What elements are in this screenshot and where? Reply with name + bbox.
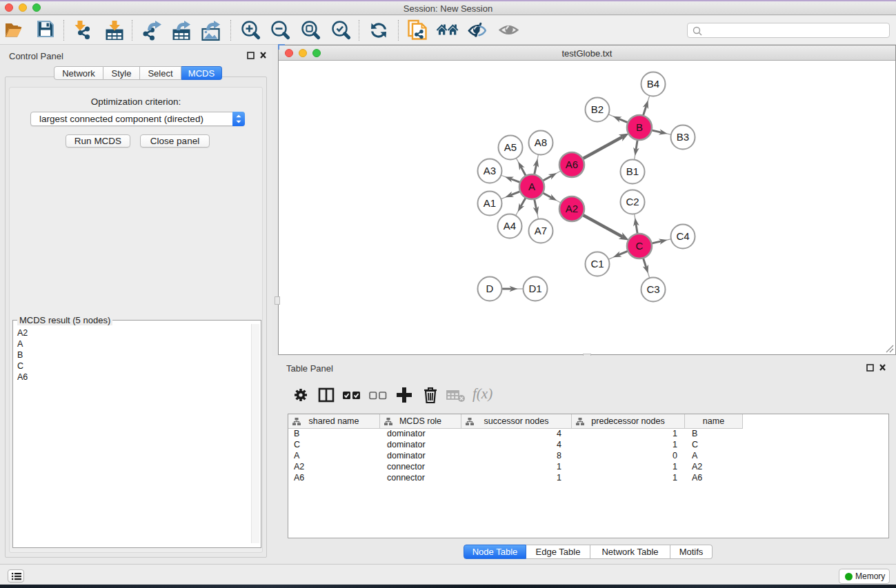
svg-text:A: A [528, 181, 535, 192]
svg-text:C3: C3 [646, 283, 659, 295]
svg-text:C: C [636, 240, 644, 252]
svg-text:A5: A5 [504, 141, 517, 153]
svg-text:B4: B4 [647, 78, 659, 90]
svg-text:D: D [486, 283, 494, 294]
svg-text:A7: A7 [535, 225, 547, 236]
svg-text:B: B [636, 121, 643, 133]
svg-text:C4: C4 [676, 230, 689, 242]
svg-text:D1: D1 [528, 283, 541, 294]
svg-text:A2: A2 [566, 203, 578, 214]
svg-text:C1: C1 [590, 258, 604, 270]
svg-text:A8: A8 [535, 136, 547, 148]
svg-text:A3: A3 [484, 165, 496, 176]
svg-text:C2: C2 [626, 196, 639, 207]
svg-text:B3: B3 [677, 131, 689, 143]
svg-text:A6: A6 [566, 159, 578, 170]
svg-text:B2: B2 [591, 103, 604, 115]
svg-text:A1: A1 [484, 197, 496, 209]
svg-text:A4: A4 [504, 220, 516, 232]
svg-text:B1: B1 [626, 165, 639, 177]
